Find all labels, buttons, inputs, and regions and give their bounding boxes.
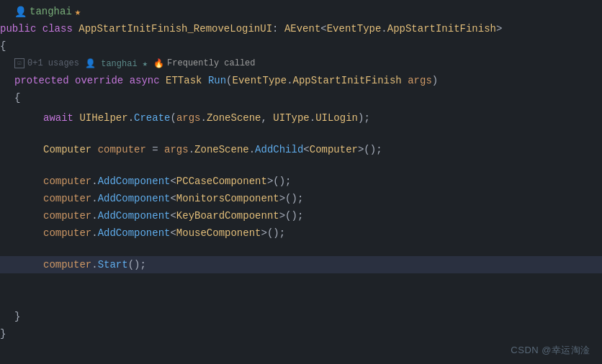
a6: > bbox=[279, 193, 285, 204]
p1: ( bbox=[170, 112, 176, 124]
blank-line-3 bbox=[0, 242, 602, 256]
comma1: , bbox=[261, 112, 274, 124]
blank-line-5 bbox=[0, 291, 602, 308]
create-method: Create bbox=[134, 112, 170, 124]
addchild-method: AddChild bbox=[255, 144, 303, 155]
d1: . bbox=[200, 112, 206, 124]
base-class: AEvent bbox=[284, 23, 320, 35]
param-type2: AppStartInitFinish bbox=[293, 75, 402, 86]
class-declaration-line: public class AppStartInitFinish_RemoveLo… bbox=[0, 20, 602, 37]
blank-line-1 bbox=[0, 127, 602, 141]
p7: () bbox=[267, 227, 279, 239]
return-type: ETTask bbox=[166, 75, 202, 86]
method-name: Run bbox=[208, 75, 226, 86]
p3: () bbox=[364, 144, 376, 155]
keyword-protected: protected bbox=[14, 75, 75, 86]
meta-user: 👤 tanghai ★ bbox=[85, 58, 148, 69]
angle-bracket-open: < bbox=[320, 23, 326, 35]
zonescene1: ZoneScene bbox=[207, 112, 261, 124]
event-type-class: EventType bbox=[327, 23, 382, 35]
user-icon: 👤 bbox=[14, 6, 27, 18]
close-brace-1: } bbox=[0, 328, 6, 340]
eq: = bbox=[146, 144, 164, 155]
space2 bbox=[402, 75, 408, 86]
computer-type: Computer bbox=[310, 144, 358, 155]
frequency-text: Frequently called bbox=[167, 58, 255, 68]
d6: . bbox=[91, 193, 97, 204]
var-computer: computer bbox=[98, 144, 146, 155]
param-name: args bbox=[408, 75, 432, 86]
a3: < bbox=[170, 176, 176, 187]
dot2: . bbox=[128, 112, 134, 124]
meta-info-line: ☑ 0+1 usages 👤 tanghai ★ 🔥 Frequently ca… bbox=[0, 55, 602, 72]
watermark-text: CSDN @幸运淘淦 bbox=[511, 345, 590, 355]
await-uihelper-line: await UIHelper.Create(args.ZoneScene, UI… bbox=[0, 109, 602, 127]
addcomponent4: AddComponent bbox=[98, 227, 171, 239]
open-brace-2: { bbox=[14, 92, 20, 104]
a7: < bbox=[170, 210, 176, 222]
comp4-var: computer bbox=[43, 227, 91, 239]
star-icon: ★ bbox=[75, 6, 81, 18]
a1: < bbox=[303, 144, 309, 155]
keyword-override: override bbox=[75, 75, 130, 86]
semi5: ; bbox=[297, 210, 303, 222]
semi4: ; bbox=[297, 193, 303, 204]
keyword-await: await bbox=[43, 112, 79, 124]
computer-var-line: Computer computer = args.ZoneScene.AddCh… bbox=[0, 141, 602, 158]
zonescene2: ZoneScene bbox=[194, 144, 249, 155]
monitorscomp: MonitorsComponent bbox=[176, 193, 279, 204]
space bbox=[202, 75, 207, 86]
computer-start-line[interactable]: computer.Start(); bbox=[0, 256, 602, 273]
args-zonescene: args bbox=[176, 112, 201, 124]
method-declaration-line: protected override async ETTask Run(Even… bbox=[0, 72, 602, 89]
username: tanghai bbox=[30, 6, 72, 17]
user-header-line: 👤 tanghai ★ bbox=[0, 3, 602, 20]
semi7: ; bbox=[140, 259, 145, 270]
a4: > bbox=[267, 176, 273, 187]
pccasecomp: PCCaseComponent bbox=[176, 176, 267, 187]
colon: : bbox=[272, 23, 284, 35]
addcomponent-pc-line: computer.AddComponent<PCCaseComponent>()… bbox=[0, 173, 602, 190]
a9: < bbox=[170, 227, 176, 239]
uitype-class: UIType bbox=[273, 112, 309, 124]
args2: args bbox=[164, 144, 189, 155]
a5: < bbox=[170, 193, 176, 204]
watermark: CSDN @幸运淘淦 bbox=[511, 344, 590, 357]
d7: . bbox=[91, 210, 97, 222]
keyword-class: class bbox=[42, 23, 78, 35]
p2: ) bbox=[358, 112, 364, 124]
p6: () bbox=[285, 210, 297, 222]
blank-line-4 bbox=[0, 273, 602, 291]
class-open-brace: { bbox=[0, 37, 602, 55]
keyword-async: async bbox=[130, 75, 166, 86]
dot: . bbox=[287, 75, 292, 86]
paren-close: ) bbox=[432, 75, 438, 86]
d8: . bbox=[91, 227, 97, 239]
a2: > bbox=[358, 144, 364, 155]
semi6: ; bbox=[279, 227, 285, 239]
addcomponent1: AddComponent bbox=[98, 176, 171, 187]
comp3-var: computer bbox=[43, 210, 91, 222]
sp1 bbox=[91, 144, 97, 155]
d2: . bbox=[310, 112, 315, 124]
type-computer: Computer bbox=[43, 144, 91, 155]
addcomponent-mouse-line: computer.AddComponent<MouseComponent>(); bbox=[0, 224, 602, 242]
d9: . bbox=[91, 259, 97, 270]
mousecomp: MouseComponent bbox=[176, 227, 261, 239]
event-type-value: AppStartInitFinish bbox=[387, 23, 496, 35]
semi1: ; bbox=[364, 112, 369, 124]
semi2: ; bbox=[376, 144, 382, 155]
d4: . bbox=[249, 144, 255, 155]
p8: () bbox=[128, 259, 140, 270]
start-var: computer bbox=[43, 259, 91, 270]
addcomponent-keyboard-line: computer.AddComponent<KeyBoardCompoennt>… bbox=[0, 207, 602, 224]
blank-line-2 bbox=[0, 158, 602, 173]
fire-icon: 🔥 bbox=[153, 58, 164, 69]
a8: > bbox=[279, 210, 285, 222]
code-editor: 👤 tanghai ★ public class AppStartInitFin… bbox=[0, 3, 602, 364]
method-open-brace: { bbox=[0, 89, 602, 106]
p4: () bbox=[273, 176, 285, 187]
comp1-var: computer bbox=[43, 176, 91, 187]
semi3: ; bbox=[285, 176, 291, 187]
usages-icon: ☑ bbox=[14, 58, 24, 68]
